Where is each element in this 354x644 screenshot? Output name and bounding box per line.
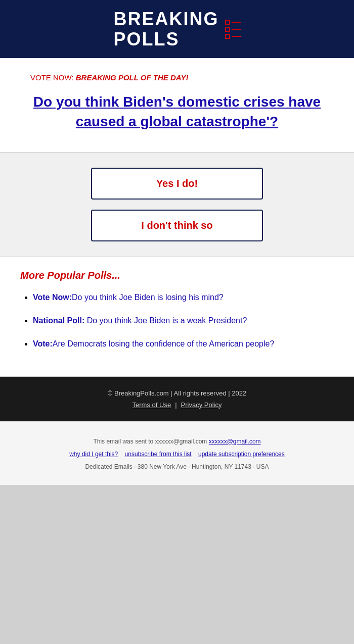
buttons-section: Yes I do! I don't think so [0, 153, 354, 257]
footer: © BreakingPolls.com | All rights reserve… [0, 377, 354, 421]
footer-separator: | [175, 401, 176, 409]
poll-question: Do you think Biden's domestic crises hav… [30, 92, 324, 131]
vote-now-label: VOTE NOW: BREAKING POLL OF THE DAY! [30, 73, 324, 82]
icon-line-3 [232, 36, 241, 37]
footer-links: Terms of Use | Privacy Policy [10, 401, 344, 409]
why-link[interactable]: why did I get this? [69, 451, 118, 458]
logo: BREAKING POLLS [113, 9, 240, 49]
email-link[interactable]: xxxxxx@gmail.com [209, 438, 261, 445]
email-sent-to: This email was sent to xxxxxx@gmail.com … [10, 437, 344, 447]
poll-section: VOTE NOW: BREAKING POLL OF THE DAY! Do y… [0, 58, 354, 152]
polls-list: Vote Now:Do you think Joe Biden is losin… [20, 291, 334, 350]
email-options: why did I get this? unsubscribe from thi… [10, 450, 344, 459]
icon-box-1 [225, 20, 230, 25]
logo-icon [225, 20, 241, 39]
footer-copyright: © BreakingPolls.com | All rights reserve… [10, 389, 344, 397]
icon-line-1 [232, 22, 241, 23]
email-info: This email was sent to xxxxxx@gmail.com … [0, 421, 354, 485]
icon-line-2 [232, 29, 241, 30]
logo-text: BREAKING POLLS [113, 9, 218, 49]
preferences-link[interactable]: update subscription preferences [198, 451, 285, 458]
unsubscribe-link[interactable]: unsubscribe from this list [125, 451, 192, 458]
poll-item-bold-2: National Poll: [33, 316, 84, 325]
icon-box-3 [225, 34, 230, 39]
poll-item-text-2: Do you think Joe Biden is a weak Preside… [84, 316, 247, 325]
icon-box-2 [225, 27, 230, 32]
address: Dedicated Emails · 380 New York Ave · Hu… [10, 462, 344, 472]
list-item: Vote Now:Do you think Joe Biden is losin… [33, 291, 334, 304]
more-polls-section: More Popular Polls... Vote Now:Do you th… [0, 257, 354, 377]
poll-item-text-1: Do you think Joe Biden is losing his min… [72, 293, 224, 302]
privacy-link[interactable]: Privacy Policy [181, 401, 222, 409]
poll-item-text-3: Are Democrats losing the confidence of t… [53, 339, 274, 348]
list-item: National Poll: Do you think Joe Biden is… [33, 315, 334, 327]
poll-item-bold-3: Vote: [33, 339, 53, 348]
poll-item-bold-1: Vote Now: [33, 293, 72, 302]
yes-button[interactable]: Yes I do! [91, 168, 263, 200]
terms-link[interactable]: Terms of Use [132, 401, 171, 409]
more-polls-title: More Popular Polls... [20, 270, 334, 281]
email-header: BREAKING POLLS [0, 0, 354, 58]
no-button[interactable]: I don't think so [91, 210, 263, 241]
list-item: Vote:Are Democrats losing the confidence… [33, 338, 334, 350]
